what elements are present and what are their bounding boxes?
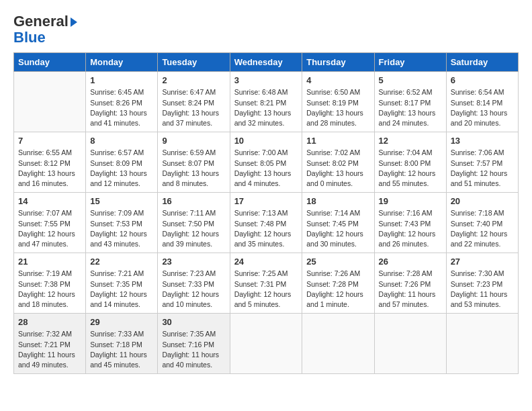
day-info: Sunrise: 7:35 AM Sunset: 7:16 PM Dayligh… xyxy=(162,329,225,370)
day-number: 10 xyxy=(234,136,298,146)
day-info: Sunrise: 6:47 AM Sunset: 8:24 PM Dayligh… xyxy=(162,87,225,128)
calendar-cell: 7Sunrise: 6:55 AM Sunset: 8:12 PM Daylig… xyxy=(14,132,86,193)
calendar-cell: 29Sunrise: 7:33 AM Sunset: 7:18 PM Dayli… xyxy=(86,314,158,374)
day-info: Sunrise: 6:59 AM Sunset: 8:07 PM Dayligh… xyxy=(162,148,225,189)
day-number: 11 xyxy=(306,136,369,146)
calendar-cell: 27Sunrise: 7:30 AM Sunset: 7:23 PM Dayli… xyxy=(446,253,518,314)
day-number: 2 xyxy=(162,75,225,85)
calendar-cell: 5Sunrise: 6:52 AM Sunset: 8:17 PM Daylig… xyxy=(374,72,446,132)
day-info: Sunrise: 7:06 AM Sunset: 7:57 PM Dayligh… xyxy=(451,148,514,189)
day-info: Sunrise: 7:28 AM Sunset: 7:26 PM Dayligh… xyxy=(379,269,442,310)
day-info: Sunrise: 7:11 AM Sunset: 7:50 PM Dayligh… xyxy=(162,208,225,249)
day-info: Sunrise: 6:54 AM Sunset: 8:14 PM Dayligh… xyxy=(451,87,514,128)
calendar-cell: 16Sunrise: 7:11 AM Sunset: 7:50 PM Dayli… xyxy=(158,193,230,253)
calendar-cell: 26Sunrise: 7:28 AM Sunset: 7:26 PM Dayli… xyxy=(374,253,446,314)
day-number: 27 xyxy=(451,257,514,267)
day-info: Sunrise: 7:21 AM Sunset: 7:35 PM Dayligh… xyxy=(90,269,153,310)
day-info: Sunrise: 7:04 AM Sunset: 8:00 PM Dayligh… xyxy=(379,148,442,189)
calendar-cell: 10Sunrise: 7:00 AM Sunset: 8:05 PM Dayli… xyxy=(230,132,302,193)
col-header-friday: Friday xyxy=(374,53,446,72)
day-number: 4 xyxy=(306,75,369,85)
calendar-cell: 18Sunrise: 7:14 AM Sunset: 7:45 PM Dayli… xyxy=(302,193,374,253)
day-number: 23 xyxy=(162,257,225,267)
col-header-monday: Monday xyxy=(86,53,158,72)
day-number: 29 xyxy=(90,317,153,327)
col-header-wednesday: Wednesday xyxy=(230,53,302,72)
day-info: Sunrise: 6:52 AM Sunset: 8:17 PM Dayligh… xyxy=(379,87,442,128)
day-info: Sunrise: 7:33 AM Sunset: 7:18 PM Dayligh… xyxy=(90,329,153,370)
calendar-header-row: SundayMondayTuesdayWednesdayThursdayFrid… xyxy=(14,53,519,72)
day-info: Sunrise: 6:50 AM Sunset: 8:19 PM Dayligh… xyxy=(306,87,369,128)
col-header-tuesday: Tuesday xyxy=(158,53,230,72)
day-info: Sunrise: 7:26 AM Sunset: 7:28 PM Dayligh… xyxy=(306,269,369,310)
day-info: Sunrise: 7:14 AM Sunset: 7:45 PM Dayligh… xyxy=(306,208,369,249)
calendar-cell xyxy=(302,314,374,374)
calendar-table: SundayMondayTuesdayWednesdayThursdayFrid… xyxy=(13,52,519,374)
calendar-cell: 22Sunrise: 7:21 AM Sunset: 7:35 PM Dayli… xyxy=(86,253,158,314)
col-header-saturday: Saturday xyxy=(446,53,518,72)
calendar-cell xyxy=(374,314,446,374)
day-info: Sunrise: 7:19 AM Sunset: 7:38 PM Dayligh… xyxy=(18,269,81,310)
page-header: General Blue xyxy=(13,13,519,46)
calendar-cell: 21Sunrise: 7:19 AM Sunset: 7:38 PM Dayli… xyxy=(14,253,86,314)
day-number: 6 xyxy=(451,75,514,85)
logo: General Blue xyxy=(13,13,77,46)
day-number: 12 xyxy=(379,136,442,146)
calendar-cell: 30Sunrise: 7:35 AM Sunset: 7:16 PM Dayli… xyxy=(158,314,230,374)
calendar-cell: 23Sunrise: 7:23 AM Sunset: 7:33 PM Dayli… xyxy=(158,253,230,314)
day-info: Sunrise: 7:32 AM Sunset: 7:21 PM Dayligh… xyxy=(18,329,81,370)
day-number: 1 xyxy=(90,75,153,85)
calendar-cell: 4Sunrise: 6:50 AM Sunset: 8:19 PM Daylig… xyxy=(302,72,374,132)
calendar-cell: 9Sunrise: 6:59 AM Sunset: 8:07 PM Daylig… xyxy=(158,132,230,193)
day-info: Sunrise: 7:23 AM Sunset: 7:33 PM Dayligh… xyxy=(162,269,225,310)
day-number: 16 xyxy=(162,196,225,206)
day-number: 22 xyxy=(90,257,153,267)
day-info: Sunrise: 6:55 AM Sunset: 8:12 PM Dayligh… xyxy=(18,148,81,189)
week-row-5: 28Sunrise: 7:32 AM Sunset: 7:21 PM Dayli… xyxy=(14,314,519,374)
week-row-4: 21Sunrise: 7:19 AM Sunset: 7:38 PM Dayli… xyxy=(14,253,519,314)
day-info: Sunrise: 7:13 AM Sunset: 7:48 PM Dayligh… xyxy=(234,208,298,249)
calendar-cell: 11Sunrise: 7:02 AM Sunset: 8:02 PM Dayli… xyxy=(302,132,374,193)
calendar-cell: 3Sunrise: 6:48 AM Sunset: 8:21 PM Daylig… xyxy=(230,72,302,132)
col-header-sunday: Sunday xyxy=(14,53,86,72)
calendar-cell: 2Sunrise: 6:47 AM Sunset: 8:24 PM Daylig… xyxy=(158,72,230,132)
day-number: 24 xyxy=(234,257,298,267)
day-number: 7 xyxy=(18,136,81,146)
calendar-cell: 6Sunrise: 6:54 AM Sunset: 8:14 PM Daylig… xyxy=(446,72,518,132)
calendar-cell: 24Sunrise: 7:25 AM Sunset: 7:31 PM Dayli… xyxy=(230,253,302,314)
day-number: 28 xyxy=(18,317,81,327)
day-info: Sunrise: 7:07 AM Sunset: 7:55 PM Dayligh… xyxy=(18,208,81,249)
calendar-cell: 25Sunrise: 7:26 AM Sunset: 7:28 PM Dayli… xyxy=(302,253,374,314)
day-number: 5 xyxy=(379,75,442,85)
logo-blue-text: Blue xyxy=(13,30,46,46)
day-info: Sunrise: 7:02 AM Sunset: 8:02 PM Dayligh… xyxy=(306,148,369,189)
day-number: 14 xyxy=(18,196,81,206)
day-number: 26 xyxy=(379,257,442,267)
day-number: 19 xyxy=(379,196,442,206)
week-row-2: 7Sunrise: 6:55 AM Sunset: 8:12 PM Daylig… xyxy=(14,132,519,193)
calendar-cell: 19Sunrise: 7:16 AM Sunset: 7:43 PM Dayli… xyxy=(374,193,446,253)
day-number: 15 xyxy=(90,196,153,206)
week-row-1: 1Sunrise: 6:45 AM Sunset: 8:26 PM Daylig… xyxy=(14,72,519,132)
day-number: 21 xyxy=(18,257,81,267)
day-number: 8 xyxy=(90,136,153,146)
day-info: Sunrise: 7:30 AM Sunset: 7:23 PM Dayligh… xyxy=(451,269,514,310)
calendar-cell: 12Sunrise: 7:04 AM Sunset: 8:00 PM Dayli… xyxy=(374,132,446,193)
calendar-cell: 13Sunrise: 7:06 AM Sunset: 7:57 PM Dayli… xyxy=(446,132,518,193)
day-number: 17 xyxy=(234,196,298,206)
calendar-cell xyxy=(230,314,302,374)
calendar-cell xyxy=(14,72,86,132)
col-header-thursday: Thursday xyxy=(302,53,374,72)
day-info: Sunrise: 7:18 AM Sunset: 7:40 PM Dayligh… xyxy=(451,208,514,249)
calendar-cell: 8Sunrise: 6:57 AM Sunset: 8:09 PM Daylig… xyxy=(86,132,158,193)
day-number: 13 xyxy=(451,136,514,146)
day-number: 3 xyxy=(234,75,298,85)
calendar-cell xyxy=(446,314,518,374)
day-info: Sunrise: 6:48 AM Sunset: 8:21 PM Dayligh… xyxy=(234,87,298,128)
day-info: Sunrise: 7:25 AM Sunset: 7:31 PM Dayligh… xyxy=(234,269,298,310)
day-info: Sunrise: 7:00 AM Sunset: 8:05 PM Dayligh… xyxy=(234,148,298,189)
calendar-cell: 15Sunrise: 7:09 AM Sunset: 7:53 PM Dayli… xyxy=(86,193,158,253)
day-info: Sunrise: 6:45 AM Sunset: 8:26 PM Dayligh… xyxy=(90,87,153,128)
calendar-cell: 17Sunrise: 7:13 AM Sunset: 7:48 PM Dayli… xyxy=(230,193,302,253)
day-number: 20 xyxy=(451,196,514,206)
